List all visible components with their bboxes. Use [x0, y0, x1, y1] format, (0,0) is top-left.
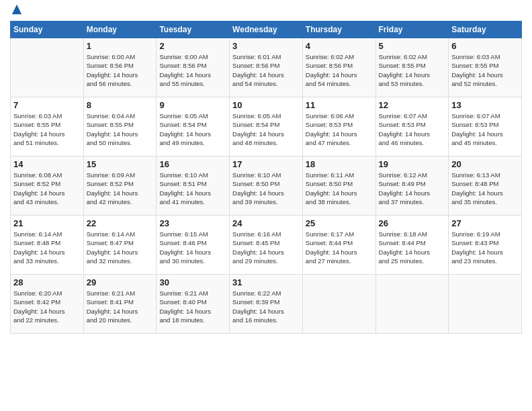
- calendar-cell: 31Sunrise: 6:22 AM Sunset: 8:39 PM Dayli…: [230, 275, 303, 334]
- day-number: 30: [159, 277, 226, 287]
- calendar-cell: 30Sunrise: 6:21 AM Sunset: 8:40 PM Dayli…: [157, 275, 230, 334]
- calendar-cell: 3Sunrise: 6:01 AM Sunset: 8:56 PM Daylig…: [230, 38, 303, 97]
- day-info: Sunrise: 6:15 AM Sunset: 8:46 PM Dayligh…: [159, 230, 226, 265]
- day-info: Sunrise: 6:08 AM Sunset: 8:52 PM Dayligh…: [13, 171, 81, 206]
- day-info: Sunrise: 6:13 AM Sunset: 8:48 PM Dayligh…: [451, 171, 519, 206]
- calendar-cell: 29Sunrise: 6:21 AM Sunset: 8:41 PM Dayli…: [83, 275, 157, 334]
- day-info: Sunrise: 6:14 AM Sunset: 8:47 PM Dayligh…: [87, 230, 154, 265]
- day-info: Sunrise: 6:10 AM Sunset: 8:51 PM Dayligh…: [159, 171, 226, 206]
- day-number: 26: [379, 218, 446, 228]
- calendar-week-row: 1Sunrise: 6:00 AM Sunset: 8:56 PM Daylig…: [11, 38, 522, 97]
- day-info: Sunrise: 6:12 AM Sunset: 8:49 PM Dayligh…: [379, 171, 446, 206]
- calendar-cell: 24Sunrise: 6:16 AM Sunset: 8:45 PM Dayli…: [230, 216, 303, 275]
- calendar-cell: 23Sunrise: 6:15 AM Sunset: 8:46 PM Dayli…: [157, 216, 230, 275]
- day-number: 27: [451, 218, 519, 228]
- day-info: Sunrise: 6:09 AM Sunset: 8:52 PM Dayligh…: [87, 171, 154, 206]
- calendar-cell: 5Sunrise: 6:02 AM Sunset: 8:55 PM Daylig…: [375, 38, 449, 97]
- day-number: 15: [87, 159, 154, 169]
- calendar-cell: 19Sunrise: 6:12 AM Sunset: 8:49 PM Dayli…: [375, 156, 449, 216]
- weekday-header: Sunday: [11, 21, 84, 38]
- day-number: 11: [306, 100, 373, 110]
- day-number: 29: [87, 277, 154, 287]
- calendar-cell: 1Sunrise: 6:00 AM Sunset: 8:56 PM Daylig…: [83, 38, 157, 97]
- day-number: 10: [232, 100, 300, 110]
- day-number: 8: [87, 100, 154, 110]
- calendar-week-row: 28Sunrise: 6:20 AM Sunset: 8:42 PM Dayli…: [11, 275, 522, 334]
- calendar-cell: 15Sunrise: 6:09 AM Sunset: 8:52 PM Dayli…: [83, 156, 157, 216]
- weekday-header: Saturday: [449, 21, 522, 38]
- day-info: Sunrise: 6:02 AM Sunset: 8:55 PM Dayligh…: [379, 52, 446, 88]
- day-number: 4: [306, 41, 373, 51]
- calendar-cell: 4Sunrise: 6:02 AM Sunset: 8:56 PM Daylig…: [302, 38, 375, 97]
- day-number: 28: [13, 277, 81, 287]
- calendar-cell: 27Sunrise: 6:19 AM Sunset: 8:43 PM Dayli…: [449, 216, 522, 275]
- calendar-cell: 21Sunrise: 6:14 AM Sunset: 8:48 PM Dayli…: [11, 216, 84, 275]
- calendar-cell: 13Sunrise: 6:07 AM Sunset: 8:53 PM Dayli…: [449, 97, 522, 156]
- day-number: 2: [159, 41, 226, 51]
- day-number: 3: [232, 41, 300, 51]
- day-info: Sunrise: 6:03 AM Sunset: 8:55 PM Dayligh…: [13, 111, 81, 147]
- day-info: Sunrise: 6:16 AM Sunset: 8:45 PM Dayligh…: [232, 230, 300, 265]
- calendar-cell: 6Sunrise: 6:03 AM Sunset: 8:55 PM Daylig…: [449, 38, 522, 97]
- day-info: Sunrise: 6:06 AM Sunset: 8:53 PM Dayligh…: [306, 111, 373, 147]
- calendar-cell: 25Sunrise: 6:17 AM Sunset: 8:44 PM Dayli…: [302, 216, 375, 275]
- header: [10, 7, 522, 15]
- day-number: 13: [451, 100, 519, 110]
- day-number: 5: [379, 41, 446, 51]
- calendar-cell: 2Sunrise: 6:00 AM Sunset: 8:56 PM Daylig…: [157, 38, 230, 97]
- day-info: Sunrise: 6:19 AM Sunset: 8:43 PM Dayligh…: [451, 230, 519, 265]
- calendar-cell: [449, 275, 522, 334]
- day-number: 20: [451, 159, 519, 169]
- day-info: Sunrise: 6:00 AM Sunset: 8:56 PM Dayligh…: [87, 52, 154, 88]
- calendar-cell: 18Sunrise: 6:11 AM Sunset: 8:50 PM Dayli…: [302, 156, 375, 216]
- day-number: 21: [13, 218, 81, 228]
- day-info: Sunrise: 6:00 AM Sunset: 8:56 PM Dayligh…: [159, 52, 226, 88]
- day-number: 6: [451, 41, 519, 51]
- calendar-cell: 12Sunrise: 6:07 AM Sunset: 8:53 PM Dayli…: [375, 97, 449, 156]
- day-info: Sunrise: 6:21 AM Sunset: 8:41 PM Dayligh…: [87, 289, 154, 324]
- calendar-cell: 20Sunrise: 6:13 AM Sunset: 8:48 PM Dayli…: [449, 156, 522, 216]
- day-info: Sunrise: 6:03 AM Sunset: 8:55 PM Dayligh…: [451, 52, 519, 88]
- header-row: SundayMondayTuesdayWednesdayThursdayFrid…: [11, 21, 522, 38]
- day-number: 1: [87, 41, 154, 51]
- day-number: 12: [379, 100, 446, 110]
- day-info: Sunrise: 6:05 AM Sunset: 8:54 PM Dayligh…: [159, 111, 226, 147]
- day-info: Sunrise: 6:20 AM Sunset: 8:42 PM Dayligh…: [13, 289, 81, 324]
- day-number: 17: [232, 159, 300, 169]
- calendar-cell: 17Sunrise: 6:10 AM Sunset: 8:50 PM Dayli…: [230, 156, 303, 216]
- logo-icon: [11, 3, 23, 15]
- day-info: Sunrise: 6:17 AM Sunset: 8:44 PM Dayligh…: [306, 230, 373, 265]
- weekday-header: Friday: [375, 21, 449, 38]
- day-number: 9: [159, 100, 226, 110]
- svg-marker-0: [12, 5, 21, 14]
- page-container: SundayMondayTuesdayWednesdayThursdayFrid…: [0, 0, 532, 340]
- calendar-cell: 28Sunrise: 6:20 AM Sunset: 8:42 PM Dayli…: [11, 275, 84, 334]
- day-number: 24: [232, 218, 300, 228]
- calendar-week-row: 7Sunrise: 6:03 AM Sunset: 8:55 PM Daylig…: [11, 97, 522, 156]
- logo: [10, 7, 23, 15]
- day-info: Sunrise: 6:01 AM Sunset: 8:56 PM Dayligh…: [232, 52, 300, 88]
- day-info: Sunrise: 6:05 AM Sunset: 8:54 PM Dayligh…: [232, 111, 300, 147]
- day-info: Sunrise: 6:21 AM Sunset: 8:40 PM Dayligh…: [159, 289, 226, 324]
- calendar-cell: 10Sunrise: 6:05 AM Sunset: 8:54 PM Dayli…: [230, 97, 303, 156]
- day-info: Sunrise: 6:11 AM Sunset: 8:50 PM Dayligh…: [306, 171, 373, 206]
- calendar-cell: 26Sunrise: 6:18 AM Sunset: 8:44 PM Dayli…: [375, 216, 449, 275]
- weekday-header: Thursday: [302, 21, 375, 38]
- calendar-cell: 16Sunrise: 6:10 AM Sunset: 8:51 PM Dayli…: [157, 156, 230, 216]
- day-info: Sunrise: 6:07 AM Sunset: 8:53 PM Dayligh…: [379, 111, 446, 147]
- calendar-table: SundayMondayTuesdayWednesdayThursdayFrid…: [10, 21, 522, 334]
- day-number: 23: [159, 218, 226, 228]
- weekday-header: Tuesday: [157, 21, 230, 38]
- calendar-cell: 7Sunrise: 6:03 AM Sunset: 8:55 PM Daylig…: [11, 97, 84, 156]
- day-number: 18: [306, 159, 373, 169]
- day-number: 14: [13, 159, 81, 169]
- day-info: Sunrise: 6:22 AM Sunset: 8:39 PM Dayligh…: [232, 289, 300, 324]
- weekday-header: Monday: [83, 21, 157, 38]
- calendar-cell: [302, 275, 375, 334]
- calendar-cell: 22Sunrise: 6:14 AM Sunset: 8:47 PM Dayli…: [83, 216, 157, 275]
- day-info: Sunrise: 6:18 AM Sunset: 8:44 PM Dayligh…: [379, 230, 446, 265]
- calendar-week-row: 21Sunrise: 6:14 AM Sunset: 8:48 PM Dayli…: [11, 216, 522, 275]
- day-number: 7: [13, 100, 81, 110]
- day-info: Sunrise: 6:02 AM Sunset: 8:56 PM Dayligh…: [306, 52, 373, 88]
- calendar-cell: 11Sunrise: 6:06 AM Sunset: 8:53 PM Dayli…: [302, 97, 375, 156]
